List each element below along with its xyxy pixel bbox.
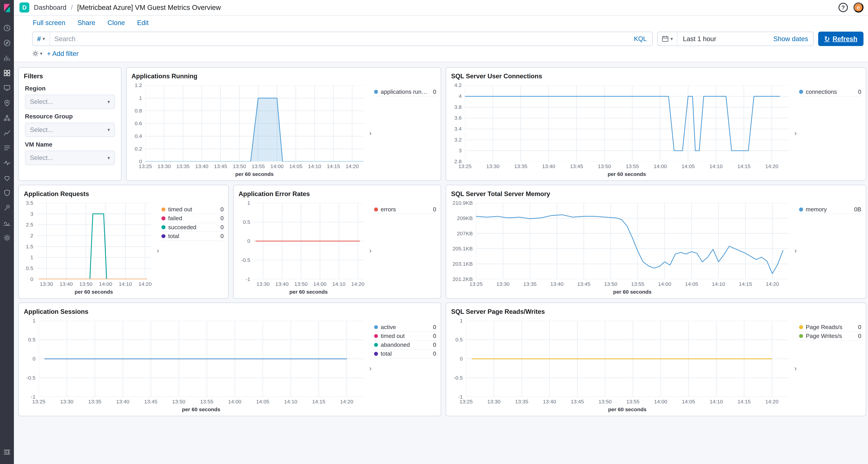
sidebar-item-logs[interactable] — [0, 141, 14, 155]
x-tick-label: 14:05 — [289, 164, 302, 169]
chart-app-error-rates[interactable]: -1-0.500.5113:3013:4013:5014:0014:1014:2… — [238, 199, 367, 296]
x-tick-label: 13:25 — [32, 399, 45, 404]
legend-item[interactable]: timed out0 — [161, 205, 224, 214]
plot-area[interactable] — [39, 321, 364, 397]
y-tick-label: 207KB — [457, 231, 473, 236]
plot-area[interactable] — [465, 86, 788, 162]
plot-area[interactable] — [254, 203, 364, 279]
legend-item[interactable]: applications running0 — [374, 88, 436, 97]
time-range-value[interactable]: Last 1 hour — [677, 35, 768, 43]
chart-app-requests[interactable]: 00.511.522.533.513:3013:4013:5014:0014:1… — [23, 199, 154, 296]
x-axis-units: per 60 seconds — [254, 289, 364, 295]
calendar-icon[interactable]: ▾ — [658, 32, 677, 45]
legend-toggle-icon[interactable]: › — [367, 88, 374, 178]
legend-toggle-icon[interactable]: › — [367, 205, 374, 296]
help-icon[interactable]: ? — [838, 3, 848, 12]
x-tick-label: 14:00 — [654, 399, 667, 404]
visualize-icon — [3, 54, 11, 62]
legend-toggle-icon[interactable]: › — [792, 88, 799, 178]
sidebar-item-uptime[interactable] — [0, 171, 14, 185]
vm-name-select[interactable]: Select... ▾ — [25, 151, 115, 165]
user-avatar[interactable]: e — [854, 2, 864, 12]
filter-settings-button[interactable]: ▾ — [32, 50, 42, 57]
region-select[interactable]: Select... ▾ — [25, 95, 115, 109]
collapse-menu-icon[interactable] — [0, 444, 14, 460]
kibana-logo[interactable] — [2, 3, 12, 13]
legend-toggle-icon[interactable]: › — [792, 323, 799, 414]
plot-area[interactable] — [37, 203, 151, 279]
plot-area[interactable] — [476, 203, 788, 279]
x-tick-label: 14:00 — [654, 164, 667, 169]
legend-item[interactable]: total0 — [374, 349, 436, 359]
sidebar-item-management[interactable] — [0, 230, 14, 245]
legend-item[interactable]: active0 — [374, 323, 436, 332]
breadcrumb[interactable]: Dashboard — [34, 4, 66, 11]
sidebar-item-metrics[interactable] — [0, 125, 14, 140]
plot-area[interactable] — [466, 321, 789, 397]
panel-title: SQL Server User Connections — [451, 72, 861, 81]
legend-toggle-icon[interactable]: › — [154, 205, 162, 296]
panel-body: 201.2KB203.1KB205.1KB207KB209KB210.9KB13… — [451, 199, 861, 296]
sidebar-item-maps[interactable] — [0, 95, 14, 111]
legend-item[interactable]: timed out0 — [374, 332, 436, 341]
refresh-button[interactable]: ↻ Refresh — [818, 32, 864, 46]
show-dates-button[interactable]: Show dates — [768, 35, 813, 43]
legend-item[interactable]: total0 — [161, 232, 224, 241]
legend-series-name: Page Writes/s — [806, 333, 855, 339]
legend-toggle-icon[interactable]: › — [367, 323, 374, 414]
x-tick-label: 13:50 — [598, 399, 612, 404]
legend-series-name: total — [381, 350, 430, 357]
chart-sql-page-rw[interactable]: -1-0.500.5113:2513:3013:3513:4013:4513:5… — [451, 316, 792, 414]
sidebar-item-siem[interactable] — [0, 185, 14, 200]
legend-series-name: applications running — [381, 89, 430, 95]
resource-group-select[interactable]: Select... ▾ — [25, 123, 115, 137]
legend-series-name: Page Reads/s — [806, 324, 855, 331]
sidebar-item-apm[interactable] — [0, 155, 14, 171]
panel-body: 00.20.40.60.811.213:2513:3013:3513:4013:… — [131, 81, 436, 178]
add-filter-button[interactable]: + Add filter — [47, 50, 79, 58]
panel-title: Application Sessions — [24, 308, 436, 316]
x-tick-label: 14:05 — [682, 164, 695, 169]
legend-item[interactable]: Page Reads/s0 — [799, 323, 861, 332]
legend-item[interactable]: Page Writes/s0 — [799, 332, 861, 341]
chart-applications-running[interactable]: 00.20.40.60.811.213:2513:3013:3513:4013:… — [131, 81, 367, 178]
sidebar-item-discover[interactable] — [0, 36, 14, 51]
legend-item[interactable]: failed0 — [161, 214, 224, 223]
chart-sql-connections[interactable]: 2.833.23.43.63.844.213:2513:3013:3513:40… — [451, 81, 792, 178]
x-tick-label: 14:05 — [682, 399, 695, 404]
legend-item[interactable]: succeeded0 — [161, 223, 224, 232]
full-screen-link[interactable]: Full screen — [33, 19, 65, 27]
legend-item[interactable]: memory0B — [799, 205, 861, 214]
sidebar-item-recently-viewed[interactable] — [0, 21, 14, 35]
sidebar-item-visualize[interactable] — [0, 51, 14, 65]
kql-button[interactable]: KQL — [628, 35, 652, 42]
search-input[interactable] — [50, 35, 628, 43]
edit-link[interactable]: Edit — [137, 19, 149, 27]
x-tick-label: 14:10 — [119, 281, 132, 287]
sidebar-item-machine-learning[interactable] — [0, 111, 14, 125]
share-link[interactable]: Share — [78, 19, 95, 27]
sidebar-item-canvas[interactable] — [0, 81, 14, 95]
y-tick-label: 205.1KB — [453, 246, 473, 251]
legend-series-name: memory — [806, 206, 851, 213]
chart-app-sessions[interactable]: -1-0.500.5113:2513:3013:3513:4013:4513:5… — [23, 316, 367, 414]
chart-sql-memory[interactable]: 201.2KB203.1KB205.1KB207KB209KB210.9KB13… — [451, 199, 792, 296]
x-tick-label: 13:25 — [458, 164, 471, 169]
saved-query-menu-button[interactable]: # ▾ — [33, 32, 50, 45]
y-tick-label: 3.6 — [454, 116, 462, 121]
siem-icon — [3, 189, 11, 197]
legend-series-name: total — [168, 233, 218, 240]
plot-area[interactable] — [145, 86, 364, 162]
legend-item[interactable]: abandoned0 — [374, 341, 436, 349]
vm-name-select-value: Select... — [30, 154, 107, 161]
sidebar-item-stack-monitoring[interactable] — [0, 215, 14, 230]
sidebar-item-dashboard[interactable] — [0, 65, 14, 81]
sidebar-item-dev-tools[interactable] — [0, 200, 14, 215]
legend-toggle-icon[interactable]: › — [792, 205, 799, 296]
x-tick-label: 13:35 — [515, 399, 528, 404]
clone-link[interactable]: Clone — [107, 19, 125, 27]
legend-item[interactable]: errors0 — [374, 205, 436, 214]
legend-item[interactable]: connections0 — [799, 88, 861, 97]
x-tick-label: 13:40 — [195, 164, 208, 169]
space-avatar[interactable]: D — [20, 2, 30, 12]
